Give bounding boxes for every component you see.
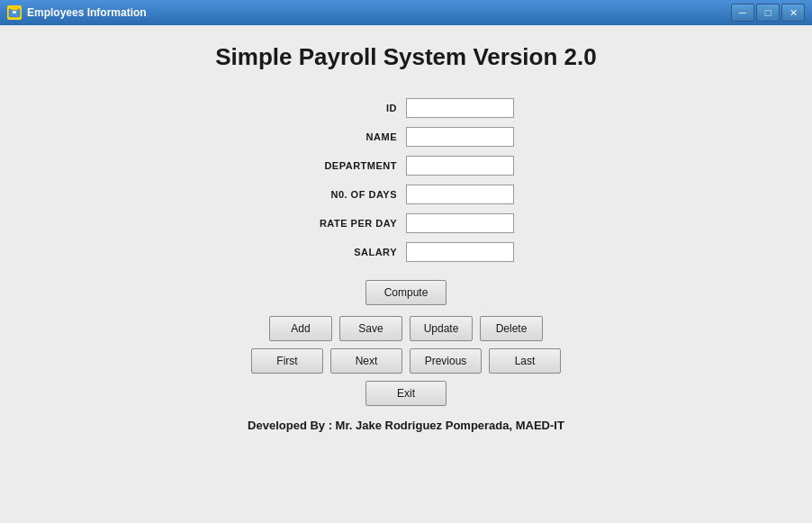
id-input[interactable] [406,98,514,118]
days-row: N0. OF DAYS [298,185,514,204]
minimize-button[interactable]: ─ [731,4,754,22]
name-input[interactable] [406,127,514,147]
name-row: NAME [298,127,514,147]
app-title: Simple Payroll System Version 2.0 [215,43,596,71]
window-title: Employees Information [27,6,731,19]
next-button[interactable]: Next [330,348,402,374]
id-label: ID [298,103,397,113]
compute-btn-container: Compute [365,280,447,305]
exit-btn-container: Exit [365,381,447,406]
add-button[interactable]: Add [269,316,332,341]
developer-text: Developed By : Mr. Jake Rodriguez Pomper… [248,419,564,432]
main-content: Simple Payroll System Version 2.0 ID NAM… [0,25,812,523]
id-row: ID [298,98,514,118]
days-input[interactable] [406,185,514,204]
name-label: NAME [298,131,397,142]
save-button[interactable]: Save [339,316,402,341]
main-window: Employees Information ─ □ ✕ Simple Payro… [0,0,812,523]
rate-label: RATE PER DAY [298,218,397,229]
last-button[interactable]: Last [489,348,561,374]
salary-label: SALARY [298,247,397,257]
salary-input[interactable] [406,242,514,262]
rate-input[interactable] [406,213,514,233]
department-label: DEPARTMENT [298,160,397,171]
svg-rect-1 [11,7,18,10]
department-row: DEPARTMENT [298,156,514,176]
title-bar: Employees Information ─ □ ✕ [0,0,812,25]
previous-button[interactable]: Previous [410,348,482,374]
close-button[interactable]: ✕ [781,4,805,22]
exit-button[interactable]: Exit [365,381,447,406]
nav-buttons-row: First Next Previous Last [251,348,561,374]
days-label: N0. OF DAYS [298,189,397,200]
window-controls: ─ □ ✕ [731,4,805,22]
first-button[interactable]: First [251,348,323,374]
update-button[interactable]: Update [410,316,473,341]
maximize-button[interactable]: □ [756,4,780,22]
svg-rect-2 [13,11,16,14]
department-input[interactable] [406,156,514,176]
form-container: ID NAME DEPARTMENT N0. OF DAYS RATE PER … [298,98,514,262]
app-icon [7,5,22,20]
action-buttons-row: Add Save Update Delete [269,316,543,341]
compute-button[interactable]: Compute [365,280,447,305]
delete-button[interactable]: Delete [480,316,543,341]
rate-row: RATE PER DAY [298,213,514,233]
salary-row: SALARY [298,242,514,262]
